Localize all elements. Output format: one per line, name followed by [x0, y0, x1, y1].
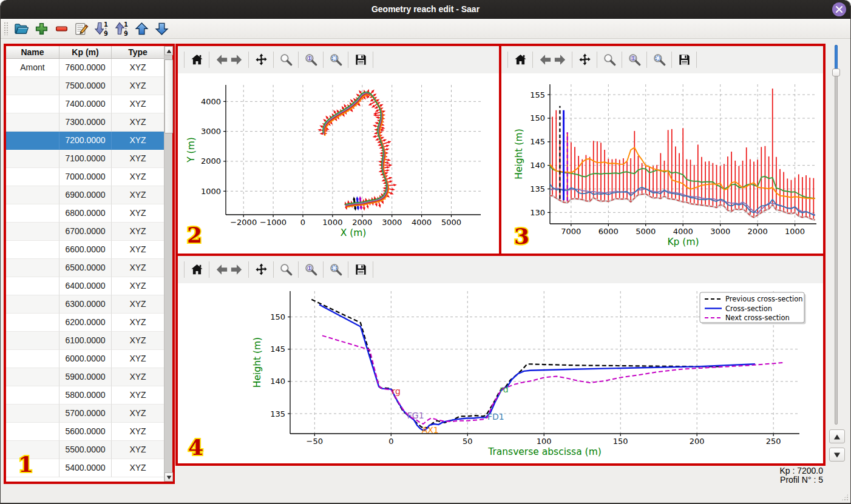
cell-kp[interactable]: 7300.0000: [59, 113, 112, 132]
cell-kp[interactable]: 6400.0000: [59, 277, 112, 295]
zoom-one-button[interactable]: [627, 52, 642, 69]
zoom-one-button[interactable]: [303, 261, 318, 278]
cell-kp[interactable]: 6500.0000: [59, 259, 112, 277]
table-row[interactable]: 7200.0000XYZ: [6, 132, 164, 150]
cell-kp[interactable]: 5800.0000: [59, 386, 112, 405]
table-row[interactable]: 6000.0000XYZ: [6, 350, 164, 368]
profile-position-slider[interactable]: [832, 45, 841, 425]
cell-name[interactable]: [6, 441, 59, 459]
titlebar[interactable]: Geometry reach edit - Saar: [1, 0, 850, 19]
cell-name[interactable]: [6, 259, 59, 277]
cell-type[interactable]: XYZ: [112, 386, 164, 405]
pan-button[interactable]: [254, 261, 268, 278]
pan-button[interactable]: [254, 52, 268, 69]
cell-kp[interactable]: 5500.0000: [59, 441, 112, 459]
table-row[interactable]: 7400.0000XYZ: [6, 95, 164, 113]
home-button[interactable]: [513, 52, 527, 69]
cell-name[interactable]: [6, 113, 59, 132]
cell-kp[interactable]: 5400.0000: [59, 459, 112, 477]
table-row[interactable]: 6900.0000XYZ: [6, 186, 164, 204]
table-row[interactable]: 6800.0000XYZ: [6, 204, 164, 223]
table-row[interactable]: 6300.0000XYZ: [6, 295, 164, 314]
cell-kp[interactable]: 7100.0000: [59, 150, 112, 168]
cell-kp[interactable]: 6200.0000: [59, 314, 112, 332]
forward-button[interactable]: [229, 261, 243, 278]
cell-name[interactable]: [6, 368, 59, 386]
cell-kp[interactable]: 7200.0000: [59, 132, 112, 150]
cell-name[interactable]: [6, 150, 59, 168]
cell-type[interactable]: XYZ: [112, 459, 164, 477]
pan-button[interactable]: [577, 52, 592, 69]
edit-button[interactable]: [73, 21, 90, 37]
move-down-button[interactable]: [154, 21, 170, 37]
cell-type[interactable]: XYZ: [112, 186, 164, 204]
cell-type[interactable]: XYZ: [112, 204, 164, 223]
cell-name[interactable]: [6, 132, 59, 150]
cell-kp[interactable]: 5700.0000: [59, 405, 112, 423]
cell-type[interactable]: XYZ: [112, 277, 164, 295]
table-row[interactable]: 6400.0000XYZ: [6, 277, 164, 295]
cell-type[interactable]: XYZ: [112, 223, 164, 241]
resize-grip[interactable]: [841, 494, 849, 501]
cell-kp[interactable]: 6900.0000: [59, 186, 112, 204]
cell-type[interactable]: XYZ: [112, 259, 164, 277]
cell-name[interactable]: [6, 405, 59, 423]
table-row[interactable]: 5900.0000XYZ: [6, 368, 164, 386]
column-header-name[interactable]: Name: [6, 46, 59, 58]
column-header-kp-m[interactable]: Kp (m): [59, 46, 112, 58]
scrollbar-thumb[interactable]: [164, 59, 173, 133]
table-row[interactable]: 6500.0000XYZ: [6, 259, 164, 277]
close-button[interactable]: [832, 2, 846, 16]
add-button[interactable]: [33, 21, 50, 37]
cell-name[interactable]: [6, 386, 59, 405]
table-row[interactable]: 6200.0000XYZ: [6, 314, 164, 332]
sort-descending-button[interactable]: [114, 21, 130, 37]
save-button[interactable]: [353, 52, 368, 69]
column-header-type[interactable]: Type: [112, 46, 164, 58]
cell-name[interactable]: [6, 332, 59, 350]
profile-up-button[interactable]: [829, 429, 845, 443]
cell-name[interactable]: [6, 204, 59, 223]
scroll-down-button[interactable]: [164, 472, 173, 482]
cell-name[interactable]: [6, 350, 59, 368]
cell-type[interactable]: XYZ: [112, 241, 164, 259]
table-row[interactable]: 5600.0000XYZ: [6, 423, 164, 441]
cell-kp[interactable]: 6300.0000: [59, 295, 112, 314]
cell-type[interactable]: XYZ: [112, 59, 164, 77]
cell-type[interactable]: XYZ: [112, 405, 164, 423]
cell-kp[interactable]: 7000.0000: [59, 168, 112, 186]
table-row[interactable]: 6700.0000XYZ: [6, 223, 164, 241]
cell-type[interactable]: XYZ: [112, 441, 164, 459]
table-row[interactable]: 6100.0000XYZ: [6, 332, 164, 350]
zoom-one-button[interactable]: [303, 52, 318, 69]
save-button[interactable]: [677, 52, 691, 69]
cell-type[interactable]: XYZ: [112, 132, 164, 150]
cell-type[interactable]: XYZ: [112, 168, 164, 186]
slider-track[interactable]: [835, 45, 838, 425]
cell-type[interactable]: XYZ: [112, 77, 164, 95]
cell-name[interactable]: [6, 223, 59, 241]
cell-name[interactable]: [6, 186, 59, 204]
profile-down-button[interactable]: [829, 448, 845, 462]
table-row[interactable]: 5800.0000XYZ: [6, 386, 164, 405]
cell-name[interactable]: [6, 314, 59, 332]
cell-type[interactable]: XYZ: [112, 368, 164, 386]
table-row[interactable]: Amont7600.0000XYZ: [6, 59, 164, 77]
forward-button[interactable]: [552, 52, 567, 69]
home-button[interactable]: [189, 261, 204, 278]
back-button[interactable]: [214, 52, 229, 69]
slider-handle[interactable]: [832, 69, 840, 76]
cell-kp[interactable]: 7400.0000: [59, 95, 112, 113]
long-profile-canvas[interactable]: 7000600050004000300020001000130135140145…: [501, 73, 823, 254]
save-button[interactable]: [353, 261, 368, 278]
zoom-fit-button[interactable]: [652, 52, 666, 69]
cell-name[interactable]: [6, 168, 59, 186]
cell-type[interactable]: XYZ: [112, 350, 164, 368]
zoom-button[interactable]: [279, 261, 293, 278]
table-row[interactable]: 5700.0000XYZ: [6, 405, 164, 423]
table-row[interactable]: 7000.0000XYZ: [6, 168, 164, 186]
cell-kp[interactable]: 6800.0000: [59, 204, 112, 223]
back-button[interactable]: [214, 261, 229, 278]
cell-kp[interactable]: 6000.0000: [59, 350, 112, 368]
cross-section-canvas[interactable]: −50050100150200250135140145150Transverse…: [178, 283, 823, 463]
